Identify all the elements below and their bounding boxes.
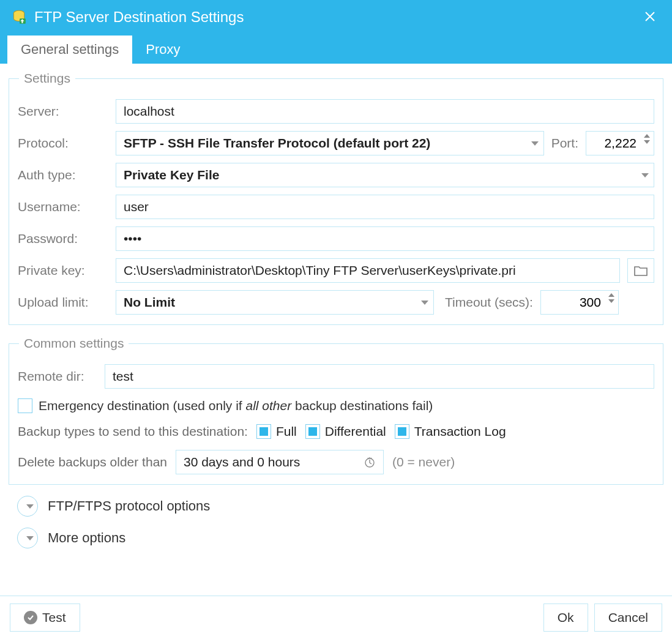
port-spin-down-icon[interactable]: [644, 140, 650, 144]
timeout-spin-up-icon[interactable]: [608, 293, 614, 297]
private-key-input[interactable]: [116, 258, 620, 283]
backup-types-label: Backup types to send to this destination…: [18, 424, 248, 439]
remote-dir-label: Remote dir:: [18, 369, 97, 384]
delete-older-picker[interactable]: 30 days and 0 hours: [176, 450, 384, 474]
test-button[interactable]: Test: [10, 604, 80, 632]
tab-proxy[interactable]: Proxy: [132, 36, 193, 64]
check-icon: [24, 611, 37, 624]
ftp-protocol-options-label: FTP/FTPS protocol options: [48, 498, 210, 514]
ftp-protocol-options-expander[interactable]: FTP/FTPS protocol options: [17, 496, 663, 517]
emergency-text-italic: all other: [246, 398, 292, 413]
expander-toggle[interactable]: [17, 496, 38, 517]
protocol-value: SFTP - SSH File Transfer Protocol (defau…: [124, 136, 430, 151]
tab-general-settings[interactable]: General settings: [7, 36, 132, 64]
transaction-log-checkbox[interactable]: [395, 424, 409, 439]
port-input[interactable]: [586, 132, 643, 155]
window-title: FTP Server Destination Settings: [34, 9, 639, 26]
emergency-label: Emergency destination (used only if all …: [39, 398, 433, 413]
emergency-text-pre: Emergency destination (used only if: [39, 398, 246, 413]
upload-limit-label: Upload limit:: [18, 295, 108, 310]
emergency-checkbox[interactable]: [18, 398, 32, 413]
timeout-label: Timeout (secs):: [445, 295, 533, 310]
ok-label: Ok: [558, 610, 574, 625]
content-area: Settings Server: Protocol: SFTP - SSH Fi…: [0, 64, 672, 548]
titlebar: FTP Server Destination Settings: [0, 0, 672, 34]
differential-label: Differential: [325, 424, 386, 439]
more-options-expander[interactable]: More options: [17, 528, 663, 548]
upload-limit-select[interactable]: No Limit: [116, 290, 434, 315]
cancel-button[interactable]: Cancel: [594, 604, 662, 632]
upload-limit-value: No Limit: [124, 295, 175, 310]
chevron-down-icon: [421, 301, 428, 305]
chevron-down-icon: [26, 504, 34, 509]
browse-button[interactable]: [627, 258, 654, 283]
auth-type-select[interactable]: Private Key File: [116, 163, 654, 187]
auth-type-label: Auth type:: [18, 168, 108, 182]
settings-group: Settings Server: Protocol: SFTP - SSH Fi…: [9, 71, 663, 325]
common-settings-legend: Common settings: [19, 336, 129, 351]
more-options-label: More options: [48, 530, 125, 546]
protocol-select[interactable]: SFTP - SSH File Transfer Protocol (defau…: [116, 131, 544, 155]
server-label: Server:: [18, 104, 108, 119]
remote-dir-input[interactable]: [105, 364, 654, 389]
protocol-label: Protocol:: [18, 136, 108, 151]
password-input[interactable]: [116, 226, 654, 251]
folder-icon: [634, 265, 648, 276]
full-checkbox[interactable]: [256, 424, 271, 439]
app-icon: [11, 9, 27, 25]
chevron-down-icon: [26, 536, 34, 540]
delete-older-label: Delete backups older than: [18, 455, 167, 469]
timeout-stepper[interactable]: [540, 290, 619, 315]
server-input[interactable]: [116, 99, 654, 124]
password-label: Password:: [18, 231, 108, 246]
auth-type-value: Private Key File: [124, 168, 219, 182]
private-key-label: Private key:: [18, 263, 108, 278]
chevron-down-icon: [641, 173, 649, 177]
chevron-down-icon: [531, 141, 539, 146]
username-input[interactable]: [116, 195, 654, 219]
username-label: Username:: [18, 200, 108, 214]
timeout-input[interactable]: [541, 291, 607, 314]
close-icon[interactable]: [639, 6, 661, 29]
clock-icon: [364, 456, 376, 468]
common-settings-group: Common settings Remote dir: Emergency de…: [9, 336, 663, 485]
expander-toggle[interactable]: [17, 528, 38, 548]
port-label: Port:: [551, 136, 578, 151]
timeout-spin-down-icon[interactable]: [608, 299, 614, 303]
port-spin-up-icon[interactable]: [644, 134, 650, 138]
tabbar: General settings Proxy: [0, 34, 672, 64]
test-label: Test: [42, 610, 66, 625]
delete-older-value: 30 days and 0 hours: [184, 455, 300, 469]
ok-button[interactable]: Ok: [543, 604, 588, 632]
cancel-label: Cancel: [608, 610, 648, 625]
settings-legend: Settings: [19, 71, 75, 86]
delete-older-note: (0 = never): [392, 455, 455, 469]
full-label: Full: [276, 424, 297, 439]
port-stepper[interactable]: [586, 131, 654, 155]
footer: Test Ok Cancel: [0, 596, 672, 639]
differential-checkbox[interactable]: [305, 424, 320, 439]
transaction-log-label: Transaction Log: [414, 424, 506, 439]
emergency-text-post: backup destinations fail): [291, 398, 433, 413]
